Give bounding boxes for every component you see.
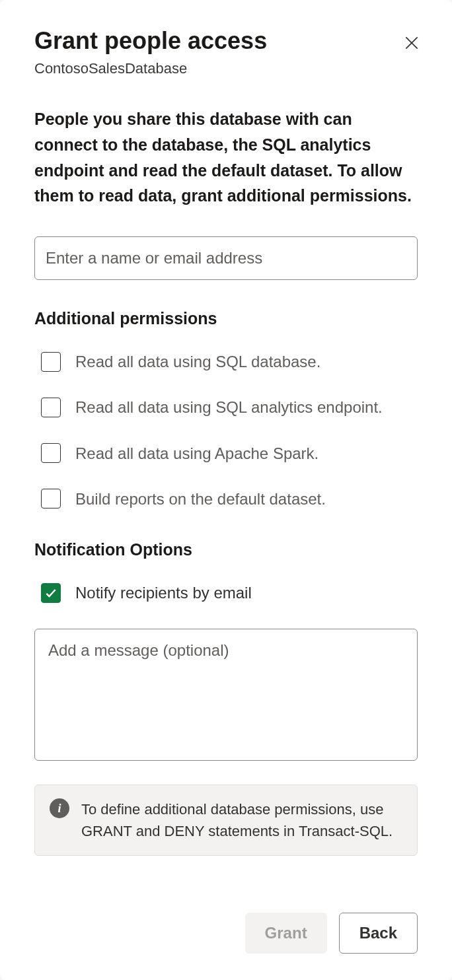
notification-options: Notify recipients by email [34, 580, 418, 605]
checkbox-label: Build reports on the default dataset. [75, 487, 326, 511]
dialog-description: People you share this database with can … [34, 106, 418, 209]
checkbox-label: Read all data using SQL analytics endpoi… [75, 395, 383, 419]
permission-item-apache-spark[interactable]: Read all data using Apache Spark. [34, 441, 418, 466]
dialog-footer: Grant Back [34, 886, 418, 954]
dialog-title: Grant people access [34, 26, 267, 55]
permission-item-build-reports[interactable]: Build reports on the default dataset. [34, 487, 418, 511]
name-email-input[interactable] [34, 236, 418, 280]
info-box: i To define additional database permissi… [34, 785, 418, 856]
checkbox-checked-icon [41, 583, 61, 603]
info-icon: i [50, 798, 69, 818]
message-textarea[interactable] [34, 629, 418, 761]
close-icon [403, 34, 420, 52]
checkbox-label: Read all data using Apache Spark. [75, 441, 319, 466]
permission-item-sql-analytics[interactable]: Read all data using SQL analytics endpoi… [34, 395, 418, 419]
checkbox-icon [41, 489, 61, 508]
title-block: Grant people access ContosoSalesDatabase [34, 26, 267, 77]
notification-heading: Notification Options [34, 540, 418, 559]
checkbox-icon [41, 352, 61, 372]
grant-button[interactable]: Grant [245, 913, 327, 954]
permissions-heading: Additional permissions [34, 309, 418, 328]
info-text: To define additional database permission… [81, 798, 402, 842]
notify-recipients-checkbox[interactable]: Notify recipients by email [34, 580, 418, 605]
back-button[interactable]: Back [339, 913, 418, 954]
dialog-header: Grant people access ContosoSalesDatabase [34, 26, 418, 77]
checkbox-icon [41, 398, 61, 417]
checkbox-label: Notify recipients by email [75, 580, 252, 605]
close-button[interactable] [400, 32, 423, 56]
checkbox-icon [41, 443, 61, 463]
dialog-subtitle: ContosoSalesDatabase [34, 60, 267, 77]
grant-access-dialog: Grant people access ContosoSalesDatabase… [0, 0, 452, 980]
permission-item-sql-database[interactable]: Read all data using SQL database. [34, 349, 418, 374]
checkbox-label: Read all data using SQL database. [75, 349, 320, 374]
checkmark-icon [44, 586, 57, 600]
permissions-list: Read all data using SQL database. Read a… [34, 349, 418, 511]
